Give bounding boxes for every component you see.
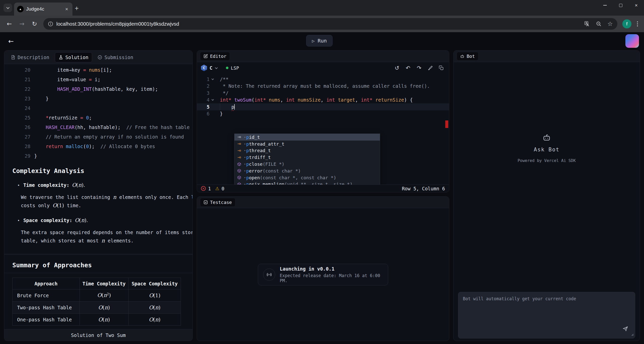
autocomplete-item[interactable]: ·pthread_t bbox=[234, 147, 380, 154]
tab-search-button[interactable] bbox=[4, 4, 12, 12]
new-tab-button[interactable]: + bbox=[72, 4, 81, 13]
table-row: Two-pass Hash TableO(n)O(n) bbox=[13, 302, 181, 314]
tab-close-icon[interactable]: × bbox=[63, 6, 70, 12]
code-line: 23 } bbox=[4, 94, 192, 103]
tab-solution[interactable]: Solution bbox=[55, 52, 92, 62]
autocomplete-item[interactable]: ·perror(const char *) bbox=[234, 167, 380, 174]
address-bar[interactable]: localhost:3000/problems/cm8pjqdem0001ty8… bbox=[43, 18, 617, 30]
table-cell: Two-pass Hash Table bbox=[13, 302, 80, 314]
table-cell: O(n) bbox=[79, 314, 129, 326]
line-number: 27 bbox=[4, 134, 30, 140]
undo-icon[interactable]: ↶ bbox=[404, 64, 412, 72]
editor-line: 2 * Note: The returned array must be mal… bbox=[197, 83, 449, 90]
editor-pill[interactable]: Editor bbox=[200, 52, 230, 61]
fold-chevron-icon[interactable] bbox=[211, 98, 214, 101]
line-number: 22 bbox=[4, 86, 30, 92]
code-line: 29} bbox=[4, 151, 192, 161]
editor-actions: ↺ ↶ ↷ bbox=[393, 64, 445, 72]
window-controls: × bbox=[597, 0, 644, 11]
translate-icon[interactable] bbox=[584, 21, 590, 27]
zoom-out-icon[interactable] bbox=[596, 21, 602, 27]
line-code: HASH_ADD_INT(hashTable, key, item); bbox=[30, 86, 158, 92]
code-line: 24 bbox=[4, 103, 192, 113]
line-number: 20 bbox=[4, 67, 30, 73]
send-icon[interactable] bbox=[623, 326, 628, 332]
editor-panel: Editor C C LSP ↺ ↶ ↷ bbox=[197, 50, 449, 192]
user-avatar[interactable] bbox=[625, 34, 639, 48]
problem-panel: Description Solution Submission 20 item→… bbox=[4, 50, 193, 341]
browser-tab[interactable]: ▲ Judge4c × bbox=[14, 3, 72, 16]
browser-menu-icon[interactable] bbox=[634, 19, 641, 29]
favicon-icon: ▲ bbox=[17, 6, 24, 12]
bot-icon bbox=[460, 54, 464, 58]
browser-tab-strip: ▲ Judge4c × + × bbox=[0, 0, 644, 16]
window-minimize-button[interactable] bbox=[597, 0, 613, 11]
warnings-icon: ⚠ bbox=[215, 186, 219, 191]
code-line: 25 *returnSize = 0; bbox=[4, 113, 192, 122]
edit-icon bbox=[204, 54, 208, 58]
bot-message-input[interactable] bbox=[458, 292, 635, 338]
autocomplete-item[interactable]: ·pthread_attr_t bbox=[234, 141, 380, 147]
window-maximize-button[interactable] bbox=[613, 0, 628, 11]
editor-line: 3 */ bbox=[197, 90, 449, 97]
solution-code-block: 20 item→key = nums[i];21 item→value = i;… bbox=[4, 64, 192, 161]
testcase-pill[interactable]: Testcase bbox=[200, 198, 235, 207]
editor-title: Editor bbox=[210, 54, 226, 59]
toast-subtitle: Expected release date: March 16 at 6:00 … bbox=[280, 273, 383, 283]
editor-toolbar: C C LSP ↺ ↶ ↷ bbox=[197, 62, 449, 74]
autocomplete-item[interactable]: ·posix_memalign(void **, size_t, size_t) bbox=[234, 181, 380, 185]
run-button[interactable]: ▷ Run bbox=[306, 35, 333, 47]
tab-submission[interactable]: Submission bbox=[94, 53, 137, 62]
copy-code-icon[interactable] bbox=[437, 64, 445, 72]
bot-pill[interactable]: Bot bbox=[457, 52, 478, 61]
browser-profile-avatar[interactable]: f bbox=[622, 19, 631, 28]
function-icon bbox=[237, 162, 242, 166]
reload-button[interactable]: ↻ bbox=[29, 19, 40, 29]
bookmark-star-icon[interactable]: ☆ bbox=[607, 20, 613, 27]
format-code-icon[interactable] bbox=[426, 64, 434, 72]
autocomplete-item[interactable]: ·ptrdiff_t bbox=[234, 154, 380, 161]
complexity-list: •Time complexity:O(n).We traverse the li… bbox=[4, 175, 192, 245]
code-line: 27 // Return an empty array if no soluti… bbox=[4, 132, 192, 142]
window-close-button[interactable]: × bbox=[628, 0, 644, 11]
autocomplete-item[interactable]: ·pclose(FILE *) bbox=[234, 161, 380, 167]
line-code: return malloc(0); // Allocate 0 bytes bbox=[30, 144, 155, 149]
table-cell: One-pass Hash Table bbox=[13, 314, 80, 326]
tab-title: Judge4c bbox=[26, 6, 63, 12]
autocomplete-item[interactable]: ·pid_t bbox=[234, 134, 380, 141]
tab-description[interactable]: Description bbox=[7, 53, 53, 62]
url-text: localhost:3000/problems/cm8pjqdem0001ty8… bbox=[56, 21, 179, 27]
chevron-down-icon bbox=[6, 6, 10, 9]
tab-label: Submission bbox=[104, 55, 133, 60]
play-icon: ▷ bbox=[312, 38, 315, 44]
forward-button[interactable]: → bbox=[17, 19, 27, 29]
broadcast-icon bbox=[263, 269, 275, 281]
app-back-button[interactable]: ← bbox=[6, 36, 16, 46]
typedef-icon bbox=[237, 142, 242, 146]
minimize-icon bbox=[603, 5, 607, 6]
code-editor[interactable]: 1/**2 * Note: The returned array must be… bbox=[197, 74, 449, 185]
redo-icon[interactable]: ↷ bbox=[415, 64, 423, 72]
bot-input-area bbox=[458, 292, 635, 338]
back-button[interactable]: ← bbox=[4, 19, 15, 29]
flask-icon bbox=[59, 55, 63, 60]
editor-lines: 1/**2 * Note: The returned array must be… bbox=[197, 76, 449, 117]
line-code: item→key = nums[i]; bbox=[30, 67, 112, 73]
resize-handle-icon[interactable] bbox=[631, 332, 634, 337]
typedef-icon bbox=[237, 135, 242, 139]
line-number: 25 bbox=[4, 115, 30, 120]
reset-code-icon[interactable]: ↺ bbox=[393, 64, 401, 72]
text-cursor bbox=[234, 104, 235, 110]
code-line: 21 item→value = i; bbox=[4, 75, 192, 84]
line-number: 28 bbox=[4, 144, 30, 149]
errors-icon: ✕ bbox=[201, 186, 206, 191]
chevron-down-icon[interactable] bbox=[215, 66, 218, 69]
language-select-value[interactable]: C bbox=[210, 65, 212, 71]
editor-line: 5 p bbox=[197, 103, 449, 110]
solution-content[interactable]: 20 item→key = nums[i];21 item→value = i;… bbox=[4, 64, 192, 341]
table-cell: Brute Force bbox=[13, 289, 80, 302]
autocomplete-item[interactable]: ·popen(const char *, const char *) bbox=[234, 174, 380, 181]
site-info-icon[interactable] bbox=[48, 21, 53, 27]
table-cell: O(n) bbox=[129, 302, 181, 314]
fold-chevron-icon[interactable] bbox=[211, 77, 214, 80]
